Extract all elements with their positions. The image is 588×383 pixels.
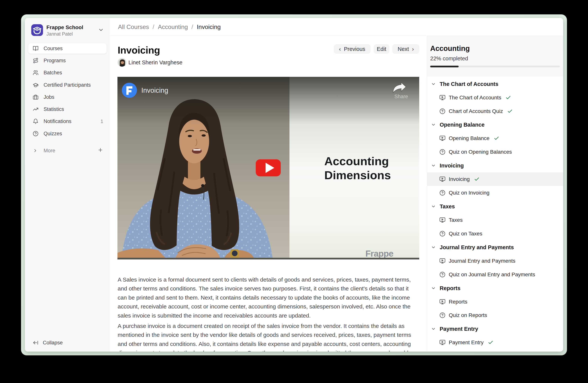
svg-text:Invoicing: Invoicing [141,86,168,94]
svg-text:Dimensions: Dimensions [324,169,391,182]
svg-text:Accounting: Accounting [324,154,389,168]
svg-text:Frappe: Frappe [365,249,394,258]
svg-text:Share: Share [394,94,408,99]
